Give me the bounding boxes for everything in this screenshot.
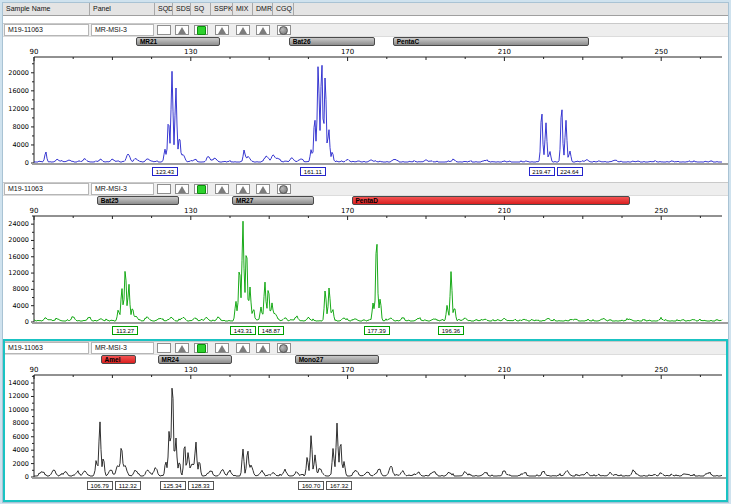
flag-cell-mix[interactable] bbox=[233, 184, 253, 194]
peak-size-label[interactable]: 161.11 bbox=[300, 167, 326, 176]
size-ruler-label: 130 bbox=[184, 48, 197, 56]
peak-size-label[interactable]: 123.43 bbox=[152, 167, 178, 176]
flag-cell-sspk[interactable] bbox=[211, 25, 233, 35]
marker-bar-amel[interactable]: Amel bbox=[101, 355, 136, 364]
pass-green-square-icon bbox=[197, 26, 206, 35]
rfu-axis-label: 24000 bbox=[8, 220, 29, 228]
flag-cell-sspk[interactable] bbox=[211, 184, 233, 194]
flag-cell-sqd[interactable] bbox=[155, 343, 173, 353]
marker-bar-pentad[interactable]: PentaD bbox=[352, 196, 630, 205]
marker-bar-mr27[interactable]: MR27 bbox=[232, 196, 314, 205]
flag-triangle-box[interactable] bbox=[236, 184, 250, 194]
peak-size-label[interactable]: 160.70 bbox=[298, 481, 324, 490]
column-header-sqd[interactable]: SQD bbox=[155, 3, 173, 15]
gray-circle-icon bbox=[279, 344, 288, 353]
column-header-sds[interactable]: SDS bbox=[173, 3, 191, 15]
flag-cell-mix[interactable] bbox=[233, 343, 253, 353]
flag-circle-box[interactable] bbox=[277, 184, 291, 194]
peak-size-label[interactable]: 224.64 bbox=[557, 167, 583, 176]
sample-name-cell[interactable]: M19-11063 bbox=[4, 183, 89, 195]
flag-triangle-box[interactable] bbox=[236, 343, 250, 353]
column-header-cgq[interactable]: CGQ bbox=[273, 3, 294, 15]
flag-cell-sds[interactable] bbox=[173, 25, 191, 35]
flag-circle-box[interactable] bbox=[277, 343, 291, 353]
sample-panel-group-1: M19-11063 MR-MSI-3 MR21Bat26PentaC 90130… bbox=[3, 23, 728, 181]
flag-cell-mix[interactable] bbox=[233, 25, 253, 35]
flag-cell-dmr[interactable] bbox=[253, 343, 273, 353]
sample-row[interactable]: M19-11063 MR-MSI-3 bbox=[3, 341, 728, 355]
flag-empty-box[interactable] bbox=[157, 25, 171, 35]
flag-empty-box[interactable] bbox=[157, 343, 171, 353]
rfu-axis-label: 12000 bbox=[8, 392, 29, 400]
peak-size-label[interactable]: 167.32 bbox=[326, 481, 352, 490]
warning-triangle-icon bbox=[178, 186, 186, 193]
rfu-axis-label: 20000 bbox=[8, 236, 29, 244]
flag-triangle-box[interactable] bbox=[215, 184, 229, 194]
peak-size-label[interactable]: 112.32 bbox=[115, 481, 141, 490]
flag-cell-sds[interactable] bbox=[173, 343, 191, 353]
column-header-panel[interactable]: Panel bbox=[90, 3, 155, 15]
flag-triangle-box[interactable] bbox=[175, 25, 189, 35]
flag-cell-sq[interactable] bbox=[191, 343, 211, 353]
column-header-sq[interactable]: SQ bbox=[191, 3, 211, 15]
panel-name-cell[interactable]: MR-MSI-3 bbox=[91, 342, 154, 354]
marker-bar-bat25[interactable]: Bat25 bbox=[97, 196, 179, 205]
column-header-sspk[interactable]: SSPK bbox=[211, 3, 233, 15]
peak-size-label[interactable]: 113.27 bbox=[112, 326, 138, 335]
peak-size-label[interactable]: 196.36 bbox=[438, 326, 464, 335]
flag-triangle-box[interactable] bbox=[256, 343, 270, 353]
flag-cell-sspk[interactable] bbox=[211, 343, 233, 353]
flag-pass-box[interactable] bbox=[194, 184, 208, 194]
trace-path bbox=[34, 221, 722, 321]
flag-circle-box[interactable] bbox=[277, 25, 291, 35]
flag-pass-box[interactable] bbox=[194, 343, 208, 353]
flag-cell-sq[interactable] bbox=[191, 184, 211, 194]
electropherogram-plot[interactable]: 9013017021025004000800012000160002000012… bbox=[3, 47, 728, 181]
flag-triangle-box[interactable] bbox=[175, 343, 189, 353]
flag-cell-dmr[interactable] bbox=[253, 184, 273, 194]
peak-size-label[interactable]: 143.31 bbox=[230, 326, 256, 335]
flag-triangle-box[interactable] bbox=[175, 184, 189, 194]
column-header-dmr[interactable]: DMR bbox=[253, 3, 273, 15]
flag-triangle-box[interactable] bbox=[256, 25, 270, 35]
flag-cell-cgq[interactable] bbox=[273, 343, 294, 353]
panel-name-cell[interactable]: MR-MSI-3 bbox=[91, 24, 154, 36]
flag-triangle-box[interactable] bbox=[215, 343, 229, 353]
peak-size-label[interactable]: 128.33 bbox=[188, 481, 214, 490]
peak-size-label[interactable]: 177.39 bbox=[364, 326, 390, 335]
column-header-mix[interactable]: MIX bbox=[233, 3, 253, 15]
flag-cell-sqd[interactable] bbox=[155, 184, 173, 194]
flag-pass-box[interactable] bbox=[194, 25, 208, 35]
flag-cell-sqd[interactable] bbox=[155, 25, 173, 35]
marker-bar-mr21[interactable]: MR21 bbox=[136, 37, 220, 46]
sample-row[interactable]: M19-11063 MR-MSI-3 bbox=[3, 23, 728, 37]
electropherogram-plot[interactable]: 9013017021025004000800012000160002000024… bbox=[3, 206, 728, 340]
sample-name-cell[interactable]: M19-11063 bbox=[4, 24, 89, 36]
pass-green-square-icon bbox=[197, 185, 206, 194]
marker-bar-mr24[interactable]: MR24 bbox=[158, 355, 233, 364]
flag-empty-box[interactable] bbox=[157, 184, 171, 194]
flag-cell-cgq[interactable] bbox=[273, 184, 294, 194]
table-header: Sample Name Panel SQD SDS SQ SSPK MIX DM… bbox=[3, 3, 728, 16]
peak-size-label[interactable]: 219.47 bbox=[529, 167, 555, 176]
peak-size-label[interactable]: 106.79 bbox=[87, 481, 113, 490]
flag-triangle-box[interactable] bbox=[256, 184, 270, 194]
marker-bar-bat26[interactable]: Bat26 bbox=[289, 37, 375, 46]
flag-cell-sds[interactable] bbox=[173, 184, 191, 194]
flag-cell-sq[interactable] bbox=[191, 25, 211, 35]
marker-bar-pentac[interactable]: PentaC bbox=[393, 37, 589, 46]
flag-cell-dmr[interactable] bbox=[253, 25, 273, 35]
flag-triangle-box[interactable] bbox=[236, 25, 250, 35]
column-header-sample-name[interactable]: Sample Name bbox=[3, 3, 90, 15]
size-ruler-label: 90 bbox=[30, 48, 39, 56]
panel-name-cell[interactable]: MR-MSI-3 bbox=[91, 183, 154, 195]
flag-triangle-box[interactable] bbox=[215, 25, 229, 35]
marker-bar-mono27[interactable]: Mono27 bbox=[295, 355, 379, 364]
baseline-band bbox=[32, 163, 728, 165]
peak-size-label[interactable]: 125.34 bbox=[160, 481, 186, 490]
sample-name-cell[interactable]: M19-11063 bbox=[4, 342, 89, 354]
flag-cell-cgq[interactable] bbox=[273, 25, 294, 35]
electropherogram-plot[interactable]: 9013017021025002000400060008000100001200… bbox=[3, 365, 728, 495]
peak-size-label[interactable]: 148.87 bbox=[258, 326, 284, 335]
sample-row[interactable]: M19-11063 MR-MSI-3 bbox=[3, 182, 728, 196]
